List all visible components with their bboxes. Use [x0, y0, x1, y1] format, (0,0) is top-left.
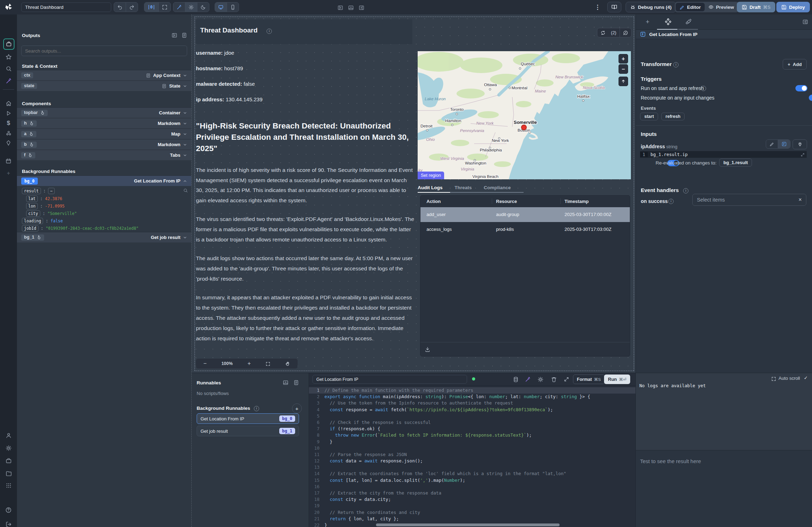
canvas-topbar-container[interactable]: Threat Dashboard i [196, 19, 412, 44]
tab-editor[interactable]: Editor [676, 3, 705, 11]
code-line[interactable]: 18 const city = data.city; [309, 496, 635, 503]
json-key[interactable]: city [26, 210, 40, 217]
reevaluate-dependency-badge[interactable]: bg_1.result [719, 158, 752, 167]
fullscreen-canvas-button[interactable] [159, 2, 171, 12]
expand-expression-icon[interactable] [801, 152, 807, 157]
input-expression-editor[interactable]: 1 bg_1.result.ip [640, 151, 807, 158]
history-button[interactable] [620, 28, 631, 37]
variables-icon[interactable]: $ [4, 119, 13, 127]
kebab-menu-icon[interactable]: ⋮ [595, 4, 601, 11]
map-recenter-button[interactable] [619, 77, 628, 86]
mobile-viewport-button[interactable] [227, 2, 239, 12]
calendar-icon[interactable] [4, 157, 13, 165]
app-canvas[interactable]: Threat Dashboard i (2) username: jdoe ho… [192, 14, 635, 373]
tab-item[interactable]: Threats [455, 185, 472, 190]
column-timestamp[interactable]: Timestamp [565, 199, 589, 204]
search-outputs-input[interactable] [21, 46, 187, 56]
desktop-viewport-button[interactable] [215, 2, 227, 12]
expand-logs-icon[interactable] [771, 376, 776, 381]
run-button[interactable]: Run ⌘⏎ [604, 375, 630, 384]
code-line[interactable]: 16 [309, 484, 635, 490]
state-context-row[interactable]: ctx App Context [17, 70, 191, 80]
code-line[interactable]: 3 // Use the token from the Ipinfo resou… [309, 400, 635, 406]
json-key[interactable]: loading [22, 218, 43, 224]
help-icon[interactable] [4, 506, 13, 514]
component-row[interactable]: topbar Container [17, 107, 191, 118]
runnable-item[interactable]: Get Location From IP bg_0 [197, 413, 299, 424]
column-action[interactable]: Action [426, 199, 441, 204]
code-line[interactable]: 8 throw new Error(`Failed to fetch IP in… [309, 432, 635, 438]
styling-brush-tab[interactable] [685, 18, 692, 25]
component-row[interactable]: h Markdown [17, 118, 191, 128]
component-bounds-toggle[interactable]: |0| [144, 2, 159, 12]
code-line[interactable]: 14 // Extract the coordinates from the '… [309, 471, 635, 477]
runnables-doc-icon[interactable] [293, 379, 299, 385]
connect-plug-icon[interactable] [793, 139, 807, 149]
docs-button[interactable] [607, 2, 621, 12]
code-editor[interactable]: 1// Define the main function with the re… [309, 386, 635, 527]
script-settings-icon[interactable] [538, 376, 543, 382]
format-button[interactable]: Format ⌘S [573, 375, 605, 384]
tab-preview[interactable]: Preview [705, 3, 738, 11]
windmill-logo-icon[interactable] [4, 3, 13, 11]
code-line[interactable]: 12 const data = await response.json(); [309, 458, 635, 464]
toggle-right-panel-icon[interactable] [359, 5, 364, 11]
table-row[interactable]: access_logs prod-k8s 2025-03-30T17:03:00… [420, 222, 630, 237]
code-line[interactable]: 10 [309, 445, 635, 451]
map-component[interactable]: QuébecOttawaMontréalNew BrunswickNova Sc… [418, 51, 631, 179]
ai-wand-button[interactable] [173, 2, 185, 12]
toggle-bottom-panel-icon[interactable] [348, 5, 354, 11]
add-icon[interactable]: + [4, 169, 13, 178]
home-icon[interactable] [4, 99, 13, 108]
code-line[interactable]: 1// Define the main function with the re… [309, 387, 635, 394]
tree-search-icon[interactable] [183, 187, 188, 193]
fit-view-button[interactable] [265, 361, 270, 366]
download-csv-icon[interactable] [425, 346, 430, 352]
ai-assist-icon[interactable] [525, 376, 531, 382]
workspace-icon[interactable] [4, 456, 13, 465]
code-line[interactable]: 19 [309, 503, 635, 509]
code-line[interactable]: 4 const response = await fetch(`https://… [309, 407, 635, 413]
apps-grid-icon[interactable] [4, 481, 13, 490]
eval-mode-fn-icon[interactable] [778, 140, 790, 148]
app-builder-icon[interactable] [3, 38, 14, 50]
light-theme-button[interactable] [185, 2, 197, 12]
code-line[interactable]: 11 // Parse the response as JSON [309, 451, 635, 458]
clear-select-icon[interactable]: × [799, 197, 802, 203]
bg0-row[interactable]: bg_0 Get Location From IP [17, 175, 191, 186]
collapse-outputs-icon[interactable] [172, 32, 177, 38]
run-on-start-toggle[interactable] [795, 85, 807, 91]
add-runnable-button[interactable]: + [292, 403, 302, 413]
bg1-row[interactable]: bg_1 Get job result [17, 232, 191, 242]
logout-icon[interactable] [4, 520, 13, 527]
script-name-input[interactable] [312, 375, 467, 384]
outputs-doc-icon[interactable] [181, 32, 187, 38]
schedules-icon[interactable] [4, 139, 13, 147]
app-title-input[interactable] [21, 2, 111, 12]
code-line[interactable]: 15 const [lat, lon] = data.loc.split(','… [309, 477, 635, 484]
redo-button[interactable] [126, 2, 138, 12]
tab-item[interactable]: Audit Logs [418, 185, 443, 190]
map-zoom-in-button[interactable]: + [619, 54, 628, 64]
runnable-item[interactable]: Get job result bg_1 [197, 426, 299, 436]
dark-theme-button[interactable] [197, 2, 209, 12]
static-mode-pencil-icon[interactable] [766, 140, 778, 148]
code-line[interactable]: 20 // Return the coordinates and city [309, 509, 635, 516]
user-icon[interactable] [4, 431, 13, 439]
db-schema-icon[interactable] [513, 376, 519, 382]
settings-nodes-tab[interactable] [665, 18, 671, 25]
delete-script-icon[interactable] [551, 376, 557, 382]
debug-runs-button[interactable]: Debug runs (4) [626, 2, 676, 12]
ai-icon[interactable] [4, 77, 13, 85]
code-line[interactable]: 7 if (!response.ok) { [309, 426, 635, 432]
code-line[interactable]: 17 // Extract the city from the response… [309, 490, 635, 496]
tab-item[interactable]: Compliance [484, 185, 511, 190]
pan-hand-button[interactable] [285, 361, 290, 366]
settings-gear-icon[interactable] [4, 444, 13, 452]
insert-component-tab[interactable]: + [646, 18, 650, 26]
json-key[interactable]: jobId [22, 225, 38, 232]
autoscroll-checkbox[interactable]: ✓ [804, 375, 808, 381]
set-region-button[interactable]: Set region [418, 172, 444, 179]
folders-icon[interactable] [4, 469, 13, 478]
recompute-toggle[interactable] [809, 95, 812, 101]
